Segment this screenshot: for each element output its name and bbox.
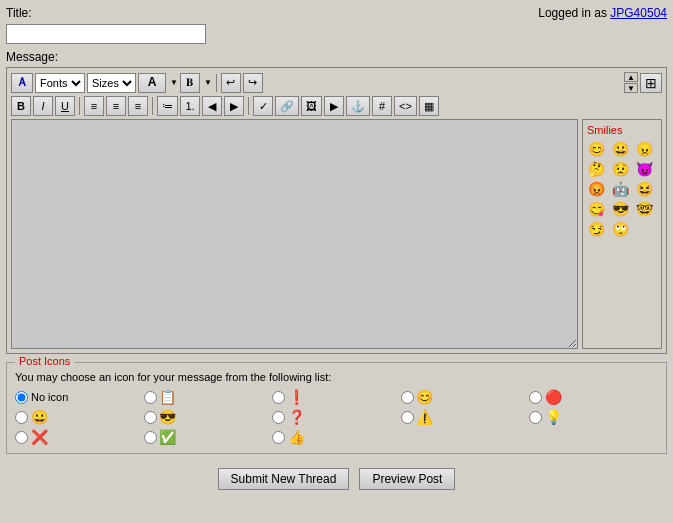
ul-btn[interactable]: ≔: [157, 96, 178, 116]
font-format-dropdown[interactable]: ▼: [204, 78, 212, 87]
link-btn[interactable]: 🔗: [275, 96, 299, 116]
indent-inc-btn[interactable]: ▶: [224, 96, 244, 116]
separator3: [152, 97, 153, 115]
separator4: [248, 97, 249, 115]
media-btn[interactable]: ▶: [324, 96, 344, 116]
image-btn[interactable]: 🖼: [301, 96, 322, 116]
radio-icon8[interactable]: [401, 411, 414, 424]
icon-option-1[interactable]: 📋: [144, 389, 273, 405]
editor-container: Ａ Fonts Sizes A ▼ 𝐁 ▼ ↩ ↪ ▲ ▼ ⊞: [6, 67, 667, 354]
anchor-btn[interactable]: ⚓: [346, 96, 370, 116]
smiley-8[interactable]: 🤖: [611, 180, 629, 198]
icon-option-12[interactable]: 👍: [272, 429, 401, 445]
post-icon-6: 😎: [160, 409, 176, 425]
smilies-grid: 😊 😀 😠 🤔 😟 😈 😡 🤖 😆 😋 😎 🤓 😏 🙄: [587, 140, 657, 238]
scroll-down-btn[interactable]: ▼: [624, 83, 638, 93]
post-icon-9: 💡: [545, 409, 561, 425]
smiley-10[interactable]: 😋: [587, 200, 605, 218]
align-left-btn[interactable]: ≡: [84, 96, 104, 116]
table-btn[interactable]: ▦: [419, 96, 439, 116]
icon-option-8[interactable]: ⚠️: [401, 409, 530, 425]
smiley-7[interactable]: 😡: [587, 180, 605, 198]
ol-btn[interactable]: 1.: [180, 96, 200, 116]
underline-btn[interactable]: U: [55, 96, 75, 116]
fullscreen-btn[interactable]: ⊞: [640, 73, 662, 93]
preview-button[interactable]: Preview Post: [359, 468, 455, 490]
logged-in-text: Logged in as JPG40504: [538, 6, 667, 20]
icon-option-4[interactable]: 🔴: [529, 389, 658, 405]
bold-btn[interactable]: B: [11, 96, 31, 116]
message-label: Message:: [6, 50, 667, 64]
smiley-5[interactable]: 😟: [611, 160, 629, 178]
html-btn[interactable]: <>: [394, 96, 417, 116]
post-icon-2: ❗: [288, 389, 304, 405]
radio-icon2[interactable]: [272, 391, 285, 404]
icon-option-none[interactable]: No icon: [15, 389, 144, 405]
radio-icon11[interactable]: [144, 431, 157, 444]
title-input[interactable]: [6, 24, 206, 44]
font-format-btn[interactable]: 𝐁: [180, 73, 200, 93]
toolbar-row1: Ａ Fonts Sizes A ▼ 𝐁 ▼ ↩ ↪ ▲ ▼ ⊞: [11, 72, 662, 93]
post-icon-10: ❌: [31, 429, 47, 445]
smilies-panel: Smilies 😊 😀 😠 🤔 😟 😈 😡 🤖 😆 😋 😎 🤓 😏 🙄: [582, 119, 662, 349]
italic-btn[interactable]: I: [33, 96, 53, 116]
hash-btn[interactable]: #: [372, 96, 392, 116]
username-link[interactable]: JPG40504: [610, 6, 667, 20]
post-icon-7: ❓: [288, 409, 304, 425]
message-textarea[interactable]: [11, 119, 578, 349]
submit-button[interactable]: Submit New Thread: [218, 468, 350, 490]
font-color-btn[interactable]: A: [138, 73, 166, 93]
post-icon-3: 😊: [417, 389, 433, 405]
smiley-12[interactable]: 🤓: [635, 200, 653, 218]
font-select[interactable]: Fonts: [35, 73, 85, 93]
undo-btn[interactable]: ↩: [221, 73, 241, 93]
post-icons-desc: You may choose an icon for your message …: [15, 371, 658, 383]
radio-icon3[interactable]: [401, 391, 414, 404]
icon-option-5[interactable]: 😀: [15, 409, 144, 425]
smiley-14[interactable]: 🙄: [611, 220, 629, 238]
radio-icon12[interactable]: [272, 431, 285, 444]
post-icon-8: ⚠️: [417, 409, 433, 425]
indent-dec-btn[interactable]: ◀: [202, 96, 222, 116]
radio-icon6[interactable]: [144, 411, 157, 424]
separator1: [216, 74, 217, 92]
smiley-2[interactable]: 😀: [611, 140, 629, 158]
scroll-btns: ▲ ▼: [624, 72, 638, 93]
icon-option-11[interactable]: ✅: [144, 429, 273, 445]
icon-option-6[interactable]: 😎: [144, 409, 273, 425]
icon-option-9[interactable]: 💡: [529, 409, 658, 425]
radio-icon9[interactable]: [529, 411, 542, 424]
smiley-4[interactable]: 🤔: [587, 160, 605, 178]
title-row: Title: Logged in as JPG40504: [6, 6, 667, 20]
size-select[interactable]: Sizes: [87, 73, 136, 93]
scroll-up-btn[interactable]: ▲: [624, 72, 638, 82]
align-center-btn[interactable]: ≡: [106, 96, 126, 116]
smiley-1[interactable]: 😊: [587, 140, 605, 158]
radio-icon7[interactable]: [272, 411, 285, 424]
title-label: Title:: [6, 6, 32, 20]
wysiwyg-icon-btn[interactable]: Ａ: [11, 73, 33, 93]
editor-body: Smilies 😊 😀 😠 🤔 😟 😈 😡 🤖 😆 😋 😎 🤓 😏 🙄: [11, 119, 662, 349]
separator2: [79, 97, 80, 115]
radio-icon10[interactable]: [15, 431, 28, 444]
icon-option-7[interactable]: ❓: [272, 409, 401, 425]
post-icon-5: 😀: [31, 409, 47, 425]
radio-icon1[interactable]: [144, 391, 157, 404]
smiley-6[interactable]: 😈: [635, 160, 653, 178]
smiley-11[interactable]: 😎: [611, 200, 629, 218]
align-right-btn[interactable]: ≡: [128, 96, 148, 116]
spell-btn[interactable]: ✓: [253, 96, 273, 116]
no-icon-label: No icon: [31, 391, 68, 403]
smiley-9[interactable]: 😆: [635, 180, 653, 198]
smiley-13[interactable]: 😏: [587, 220, 605, 238]
smiley-3[interactable]: 😠: [635, 140, 653, 158]
icon-option-10[interactable]: ❌: [15, 429, 144, 445]
radio-icon5[interactable]: [15, 411, 28, 424]
icon-option-2[interactable]: ❗: [272, 389, 401, 405]
font-color-dropdown[interactable]: ▼: [170, 78, 178, 87]
radio-none[interactable]: [15, 391, 28, 404]
post-icons-section: Post Icons You may choose an icon for yo…: [6, 362, 667, 454]
radio-icon4[interactable]: [529, 391, 542, 404]
redo-btn[interactable]: ↪: [243, 73, 263, 93]
icon-option-3[interactable]: 😊: [401, 389, 530, 405]
